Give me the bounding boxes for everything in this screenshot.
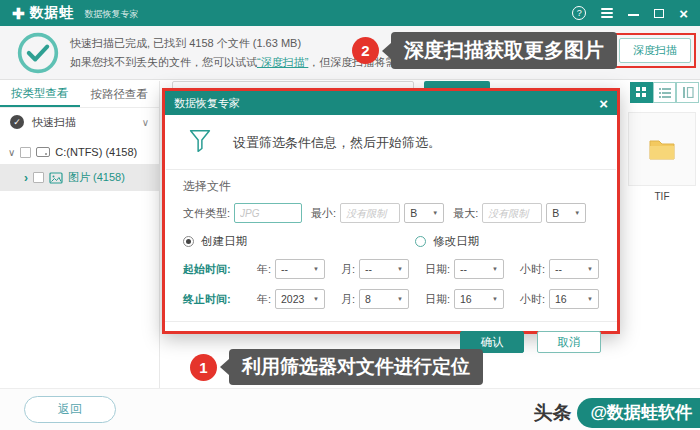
watermark-prefix: 头条: [533, 400, 571, 426]
step1-text: 利用筛选器对文件进行定位: [229, 349, 483, 385]
app-name: 数据蛙: [30, 4, 75, 22]
start-hour-select[interactable]: -- ▼: [549, 259, 599, 279]
caret-down-icon: ▼: [397, 266, 403, 272]
cancel-button[interactable]: 取消: [537, 331, 601, 353]
back-button[interactable]: 返回: [24, 396, 116, 423]
tree-row-images[interactable]: › 图片 (4158): [0, 164, 159, 191]
dialog-intro: 设置筛选条件信息，然后开始筛选。: [165, 115, 617, 169]
min-size-input[interactable]: [340, 203, 400, 223]
select-file-section-label: 选择文件: [183, 178, 599, 195]
start-month-select[interactable]: -- ▼: [359, 259, 409, 279]
tab-by-type[interactable]: 按类型查看: [0, 81, 80, 107]
callout-step2: 2 深度扫描获取更多图片: [352, 32, 617, 69]
radio-selected-icon[interactable]: [183, 236, 194, 247]
sidebar-tabs: 按类型查看 按路径查看: [0, 81, 159, 108]
start-hour-group: 小时: -- ▼: [520, 259, 599, 279]
scan-hint-prefix: 如果您找不到丢失的文件，您可以试试: [70, 56, 257, 68]
grid-view-icon[interactable]: [630, 82, 653, 103]
start-time-row: 起始时间: 年: -- ▼ 月: -- ▼ 日期:: [183, 259, 599, 279]
file-type-tile[interactable]: [628, 112, 696, 186]
filter-dialog: 数据恢复专家 × 设置筛选条件信息，然后开始筛选。 选择文件 文件类型: 最小:…: [162, 88, 620, 334]
end-time-row: 终止时间: 年: 2023 ▼ 月: 8 ▼ 日期:: [183, 289, 599, 309]
file-type-label: 文件类型:: [183, 206, 230, 221]
start-date-group: 日期: -- ▼: [425, 259, 504, 279]
file-type-tile-label: TIF: [628, 191, 696, 202]
end-date-select[interactable]: 16 ▼: [454, 289, 504, 309]
help-icon[interactable]: ?: [572, 6, 586, 20]
date-label: 日期:: [425, 262, 450, 277]
app-subtitle: 数据恢复专家: [85, 8, 139, 21]
titlebar: ✚ 数据蛙 数据恢复专家 ? ×: [0, 0, 700, 26]
caret-down-icon: ▼: [574, 210, 580, 216]
detail-view-icon[interactable]: [676, 82, 699, 103]
max-unit-select[interactable]: B ▼: [546, 203, 586, 223]
caret-down-icon: ▼: [492, 266, 498, 272]
min-unit-select[interactable]: B ▼: [404, 203, 444, 223]
scan-mode-check-icon: ✓: [10, 115, 24, 129]
radio-modify-label: 修改日期: [433, 234, 479, 249]
min-size-label: 最小:: [311, 206, 336, 221]
end-month-select[interactable]: 8 ▼: [359, 289, 409, 309]
caret-down-icon: ▼: [587, 296, 593, 302]
start-date-value: --: [460, 263, 467, 275]
month-label: 月:: [341, 292, 355, 307]
end-hour-select[interactable]: 16 ▼: [549, 289, 599, 309]
start-month-value: --: [365, 263, 372, 275]
list-view-icon[interactable]: [653, 82, 676, 103]
max-size-input[interactable]: [482, 203, 542, 223]
chevron-down-icon[interactable]: ∨: [142, 117, 149, 128]
watermark: 头条 @数据蛙软件: [533, 398, 700, 428]
dialog-close-icon[interactable]: ×: [599, 96, 608, 111]
menu-icon[interactable]: [601, 8, 613, 18]
dialog-titlebar: 数据恢复专家 ×: [165, 91, 617, 115]
start-year-select[interactable]: -- ▼: [275, 259, 325, 279]
end-hour-group: 小时: 16 ▼: [520, 289, 599, 309]
radio-create-date[interactable]: 创建日期: [183, 234, 247, 249]
deep-scan-highlight-box: 深度扫描: [614, 33, 696, 68]
close-icon[interactable]: ×: [679, 6, 688, 21]
date-label: 日期:: [425, 292, 450, 307]
view-toggle-group: [630, 82, 699, 103]
scan-mode-dropdown[interactable]: ✓ 快速扫描 ∨: [0, 110, 159, 134]
end-hour-value: 16: [555, 293, 567, 305]
dialog-title: 数据恢复专家: [174, 96, 240, 111]
images-label: 图片 (4158): [68, 170, 125, 185]
end-year-select[interactable]: 2023 ▼: [275, 289, 325, 309]
month-label: 月:: [341, 262, 355, 277]
deep-scan-button[interactable]: 深度扫描: [619, 38, 691, 63]
chevron-right-icon[interactable]: ›: [24, 171, 28, 185]
folder-icon: [648, 137, 676, 161]
minimize-icon[interactable]: [628, 14, 639, 16]
maximize-icon[interactable]: [654, 9, 664, 18]
date-mode-row: 创建日期 修改日期: [183, 234, 599, 249]
radio-unselected-icon[interactable]: [415, 236, 426, 247]
end-date-value: 16: [460, 293, 472, 305]
step1-badge: 1: [190, 354, 217, 381]
chevron-down-icon[interactable]: ∨: [8, 147, 15, 158]
app-logo-icon: ✚: [12, 6, 25, 21]
callout-step1: 1 利用筛选器对文件进行定位: [190, 349, 483, 385]
scan-complete-check-icon: [16, 31, 60, 79]
image-icon: [49, 172, 63, 184]
file-type-input[interactable]: [234, 203, 302, 223]
drive-checkbox[interactable]: [20, 147, 31, 158]
images-checkbox[interactable]: [33, 172, 44, 183]
deep-scan-link[interactable]: “深度扫描”: [257, 56, 308, 68]
start-date-select[interactable]: -- ▼: [454, 259, 504, 279]
end-year-group: 年: 2023 ▼: [257, 289, 325, 309]
tab-by-path[interactable]: 按路径查看: [80, 81, 160, 107]
radio-modify-date[interactable]: 修改日期: [415, 234, 479, 249]
end-month-value: 8: [365, 293, 371, 305]
radio-create-label: 创建日期: [201, 234, 247, 249]
end-month-group: 月: 8 ▼: [341, 289, 409, 309]
callout-arrow-icon: [220, 359, 229, 375]
sidebar: 按类型查看 按路径查看 ✓ 快速扫描 ∨ ∨ C:(NTFS) (4158) ›…: [0, 81, 160, 388]
max-size-label: 最大:: [453, 206, 478, 221]
step2-badge: 2: [352, 37, 379, 64]
start-hour-value: --: [555, 263, 562, 275]
start-month-group: 月: -- ▼: [341, 259, 409, 279]
start-year-value: --: [281, 263, 288, 275]
tree-row-drive[interactable]: ∨ C:(NTFS) (4158): [0, 140, 159, 164]
file-tree: ∨ C:(NTFS) (4158) › 图片 (4158): [0, 140, 159, 191]
max-unit-value: B: [552, 207, 559, 219]
